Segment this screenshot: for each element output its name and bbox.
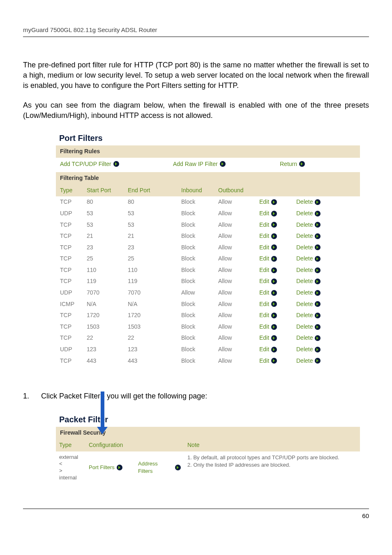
add-raw-ip-filter-link[interactable]: Add Raw IP Filter [173,160,218,168]
cell-end: 123 [128,345,181,354]
edit-link[interactable]: Edit [259,289,277,297]
cell-end: 23 [128,244,181,252]
cell-end: 53 [128,221,181,229]
edit-link[interactable]: Edit [259,255,277,263]
cell-outbound: Allow [218,198,259,206]
cell-type: TCP [60,357,87,365]
edit-link[interactable]: Edit [259,210,277,218]
pf-col-config: Configuration [85,439,184,451]
play-icon [271,313,277,318]
delete-link[interactable]: Delete [296,255,321,263]
edit-link[interactable]: Edit [259,300,277,309]
cell-type: TCP [60,255,87,263]
cell-inbound: Block [181,244,218,252]
table-row: TCP110110BlockAllowEditDelete [56,265,360,276]
play-icon [315,211,321,216]
edit-link[interactable]: Edit [259,232,277,240]
edit-link[interactable]: Edit [259,244,277,252]
play-icon [117,465,122,470]
delete-link[interactable]: Delete [296,323,321,331]
delete-link[interactable]: Delete [296,221,321,229]
table-row: TCP443443BlockAllowEditDelete [56,355,360,367]
play-icon [315,256,321,262]
cell-type: TCP [60,266,87,274]
pf-type-cell: external<>internal [56,451,85,484]
delete-link[interactable]: Delete [296,244,321,252]
edit-link[interactable]: Edit [259,266,277,274]
return-link[interactable]: Return [280,160,297,168]
edit-link[interactable]: Edit [259,345,277,354]
play-icon [271,301,277,307]
delete-link[interactable]: Delete [296,289,321,297]
play-icon [315,199,321,205]
table-row: UDP70707070AllowAllowEditDelete [56,287,360,299]
delete-link[interactable]: Delete [296,300,321,309]
edit-link[interactable]: Edit [259,277,277,286]
cell-outbound: Allow [218,357,259,365]
cell-inbound: Block [181,221,218,229]
cell-start: 443 [87,357,128,365]
play-icon [271,290,277,296]
table-row: TCP2222BlockAllowEditDelete [56,332,360,344]
edit-link[interactable]: Edit [259,198,277,206]
delete-link[interactable]: Delete [296,357,321,365]
cell-start: 25 [87,255,128,263]
cell-inbound: Block [181,357,218,365]
cell-start: N/A [87,300,128,309]
play-icon [315,347,321,352]
footer: 60 [23,509,369,520]
cell-end: 7070 [128,289,181,297]
play-icon [315,324,321,330]
cell-type: ICMP [60,300,87,309]
edit-link[interactable]: Edit [259,221,277,229]
add-tcp-udp-filter-link[interactable]: Add TCP/UDP Filter [60,160,111,168]
cell-start: 1503 [87,323,128,331]
cell-end: 1720 [128,311,181,320]
port-filters-link[interactable]: Port Filters [89,464,115,471]
cell-end: 80 [128,198,181,206]
play-icon [271,256,277,262]
delete-link[interactable]: Delete [296,311,321,320]
cell-end: N/A [128,300,181,309]
cell-type: TCP [60,323,87,331]
play-icon [175,465,181,470]
play-icon [315,313,321,318]
edit-link[interactable]: Edit [259,357,277,365]
play-icon [315,222,321,228]
delete-link[interactable]: Delete [296,210,321,218]
edit-link[interactable]: Edit [259,323,277,331]
play-icon [315,279,321,284]
cell-type: TCP [60,334,87,342]
delete-link[interactable]: Delete [296,345,321,354]
table-row: TCP2323BlockAllowEditDelete [56,242,360,253]
cell-end: 53 [128,210,181,218]
delete-link[interactable]: Delete [296,266,321,274]
play-icon [271,199,277,205]
table-row: TCP5353BlockAllowEditDelete [56,219,360,231]
doc-header: myGuard 7500GL 802.11g Security ADSL Rou… [23,25,369,34]
edit-link[interactable]: Edit [259,311,277,320]
cell-type: UDP [60,289,87,297]
col-blank2 [296,187,333,195]
paragraph-2: As you can see from the diagram below, w… [23,100,369,121]
step-text: Click Packet Filter - you will get the f… [41,391,207,401]
cell-outbound: Allow [218,289,259,297]
edit-link[interactable]: Edit [259,334,277,342]
address-filters-link[interactable]: Address Filters [138,460,173,475]
paragraph-1: The pre-defined port filter rule for HTT… [23,60,369,91]
packet-filter-data-row: external<>internal Port Filters Address … [56,451,360,484]
play-icon [271,335,277,341]
delete-link[interactable]: Delete [296,277,321,286]
delete-link[interactable]: Delete [296,232,321,240]
cell-end: 119 [128,277,181,286]
table-row: UDP123123BlockAllowEditDelete [56,344,360,355]
col-end: End Port [128,187,181,195]
delete-link[interactable]: Delete [296,334,321,342]
delete-link[interactable]: Delete [296,198,321,206]
cell-outbound: Allow [218,266,259,274]
play-icon [315,244,321,250]
play-icon [299,161,305,167]
cell-outbound: Allow [218,244,259,252]
cell-end: 25 [128,255,181,263]
cell-inbound: Block [181,300,218,309]
